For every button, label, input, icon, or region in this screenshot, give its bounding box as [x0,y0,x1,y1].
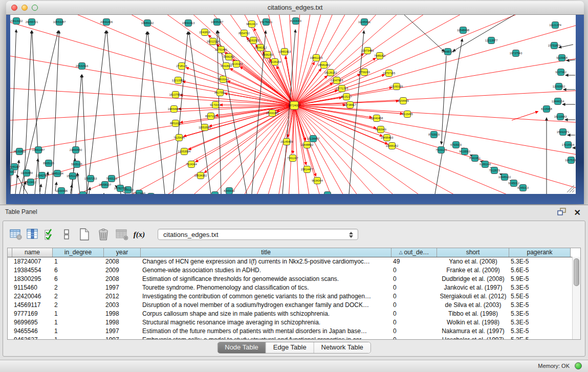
table-cell[interactable]: 2008 [104,275,141,283]
table-cell[interactable]: 2 [53,301,104,310]
resize-grip-icon[interactable] [565,184,575,193]
table-cell[interactable]: 2 [53,283,104,292]
table-cell[interactable]: 2012 [104,292,141,301]
table-cell[interactable]: 6 [53,275,104,283]
table-cell[interactable]: Estimation of the future numbers of pati… [141,327,391,336]
network-table-select[interactable]: citations_edges.txt [158,229,358,240]
table-cell[interactable]: Structural magnetic resonance image aver… [141,318,391,327]
table-cell[interactable]: 1998 [104,310,141,318]
table-cell[interactable]: 19384554 [12,266,53,275]
table-cell[interactable]: 2009 [104,266,141,275]
table-cell[interactable]: 1 [53,327,104,336]
table-cell[interactable]: 14569117 [12,301,53,310]
graph-node[interactable] [148,193,155,194]
table-cell[interactable]: 49 [391,257,437,266]
table-cell[interactable]: 9777169 [12,310,53,318]
table-cell[interactable]: 5.9E-5 [509,275,571,283]
table-cell[interactable]: 0 [391,275,437,283]
table-cell[interactable]: 0 [391,301,437,310]
close-panel-icon[interactable]: ✕ [574,206,581,220]
table-cell[interactable]: 9463627 [12,336,53,340]
table-cell[interactable]: 5.3E-5 [509,318,571,327]
table-row[interactable]: 1938455462009Genome-wide association stu… [8,266,580,275]
table-cell[interactable]: 6 [53,266,104,275]
table-cell[interactable]: Corpus callosum shape and size in male p… [141,310,391,318]
select-rows-button[interactable] [43,228,56,241]
table-cell[interactable]: 0 [391,292,437,301]
table-cell[interactable]: 1998 [104,318,141,327]
scrollbar-thumb[interactable] [574,258,579,286]
table-cell[interactable]: Nakamura et al. (1997) [437,327,509,336]
delete-table-button[interactable] [96,228,111,241]
table-cell[interactable]: 5.3E-5 [509,283,571,292]
column-header-pagerank[interactable]: pagerank [509,248,571,257]
table-row[interactable]: 911546021997Tourette syndrome. Phenomeno… [8,283,580,292]
vertical-scrollbar[interactable] [572,257,580,339]
table-cell[interactable]: 5.6E-5 [509,266,571,275]
table-cell[interactable]: 0 [391,283,437,292]
table-cell[interactable]: 5.3E-5 [509,327,571,336]
table-row[interactable]: 1830029562008Estimation of significance … [8,275,580,283]
table-row[interactable]: 969969511998Structural magnetic resonanc… [8,318,580,327]
float-panel-icon[interactable] [557,208,567,216]
show-column-button[interactable] [26,228,39,241]
column-header-title[interactable]: title [141,248,391,257]
table-cell[interactable]: 2003 [104,301,141,310]
table-cell[interactable]: Dudbridge et al. (2008) [437,275,509,283]
table-cell[interactable]: 1 [53,310,104,318]
table-cell[interactable]: Yano et al. (2008) [437,257,509,266]
table-cell[interactable]: 5.3E-5 [509,310,571,318]
table-row[interactable]: 946554611997Estimation of the future num… [8,327,580,336]
table-row[interactable]: 977716911998Corpus callosum shape and si… [8,310,580,318]
table-cell[interactable]: Jankovic et al. (1997) [437,283,509,292]
table-cell[interactable]: 0 [391,310,437,318]
table-row[interactable]: 946362711997Embryonic stem cells: a mode… [8,336,580,340]
table-cell[interactable]: Tibbo et al. (1998) [437,310,509,318]
import-table-button[interactable] [115,228,130,241]
table-cell[interactable]: Disruption of a novel member of a sodium… [141,301,391,310]
table-cell[interactable]: 2008 [104,257,141,266]
table-cell[interactable]: 22420046 [12,292,53,301]
table-cell[interactable]: Franke et al. (2009) [437,266,509,275]
table-cell[interactable]: Estimation of significance thresholds fo… [141,275,391,283]
column-header-year[interactable]: year [104,248,141,257]
window-titlebar[interactable]: citations_edges.txt [6,1,584,15]
table-settings-button[interactable] [9,228,23,241]
table-cell[interactable]: 18300295 [12,275,53,283]
table-cell[interactable]: 5.3E-5 [509,336,571,340]
table-cell[interactable]: 0 [391,336,437,340]
table-cell[interactable]: 1 [53,318,104,327]
table-cell[interactable]: de Silva et al. (2003) [437,301,509,310]
table-cell[interactable]: Genome-wide association studies in ADHD. [141,266,391,275]
new-table-button[interactable] [77,228,92,241]
table-cell[interactable]: 1 [53,257,104,266]
row-height-button[interactable] [60,228,73,241]
column-header-short[interactable]: short [437,248,509,257]
table-cell[interactable]: 0 [391,266,437,275]
table-row[interactable]: 1872400712008Changes of HCN gene express… [8,257,580,266]
table-cell[interactable]: Hescheler et al. (1997) [437,336,509,340]
table-cell[interactable]: 9699695 [12,318,53,327]
column-header-outde[interactable]: △out_de… [391,248,437,257]
table-cell[interactable]: Changes of HCN gene expression and I(f) … [141,257,391,266]
table-cell[interactable]: 5.3E-5 [509,257,571,266]
table-cell[interactable]: 9115460 [12,283,53,292]
citation-network-graph[interactable]: 2718126122133831610755419654945885162276… [10,15,576,194]
table-cell[interactable]: Stergiakouli et al. (2012) [437,292,509,301]
table-cell[interactable]: 1997 [104,283,141,292]
table-row[interactable]: 2242004622012Investigating the contribut… [8,292,580,301]
network-canvas[interactable]: 2718126122133831610755419654945885162276… [10,15,576,194]
table-cell[interactable]: 1997 [104,336,141,340]
column-header-name[interactable]: name [12,248,53,257]
table-cell[interactable]: Tourette syndrome. Phenomenology and cla… [141,283,391,292]
table-cell[interactable]: 1997 [104,327,141,336]
table-cell[interactable]: 18724007 [12,257,53,266]
tab-node-table[interactable]: Node Table [217,342,266,353]
table-cell[interactable]: 1 [53,336,104,340]
table-cell[interactable]: 0 [391,327,437,336]
table-cell[interactable]: 0 [391,318,437,327]
function-builder-button[interactable]: f(x) [134,228,147,241]
memory-ok-indicator[interactable] [575,362,582,369]
table-cell[interactable]: 2 [53,292,104,301]
column-header-indegree[interactable]: in_degree [53,248,104,257]
